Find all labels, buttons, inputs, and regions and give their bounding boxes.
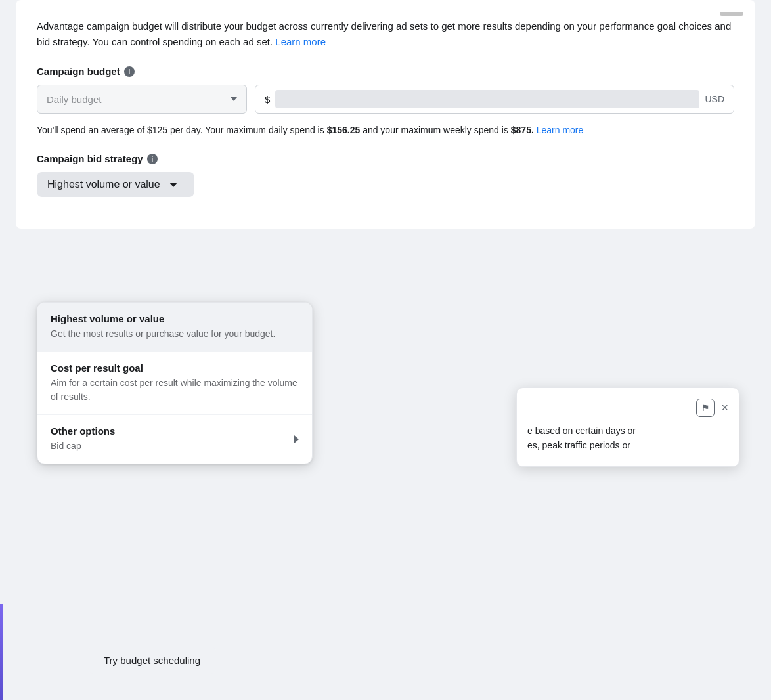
spend-info-text: You'll spend an average of $125 per day.… [37,123,734,137]
dropdown-item-cost-per-result[interactable]: Cost per result goal Aim for a certain c… [37,352,312,415]
left-accent-bar [0,604,3,700]
max-weekly-amount: $875. [511,125,534,135]
bid-strategy-dropdown-button[interactable]: Highest volume or value [37,172,194,197]
toast-text: e based on certain days ores, peak traff… [527,424,728,453]
budget-type-label: Daily budget [47,94,101,105]
campaign-bid-text: Campaign bid strategy [37,153,143,164]
page-container: Advantage campaign budget will distribut… [0,0,771,700]
toast-popup: ⚑ × e based on certain days ores, peak t… [516,387,739,467]
max-daily-amount: $156.25 [327,125,361,135]
bid-strategy-chevron-down-icon [169,183,177,187]
campaign-budget-text: Campaign budget [37,66,120,77]
dropdown-item-other-options-desc: Bid cap [51,439,115,453]
dropdown-item-highest-volume-desc: Get the most results or purchase value f… [51,327,299,341]
budget-type-chevron-down-icon [231,97,237,101]
intro-learn-more-link[interactable]: Learn more [275,36,326,47]
campaign-bid-info-icon[interactable]: i [147,154,158,164]
currency-code: USD [705,94,724,104]
dropdown-item-highest-volume[interactable]: Highest volume or value Get the most res… [37,303,312,352]
bid-strategy-dropdown-menu: Highest volume or value Get the most res… [37,302,313,464]
spend-info-start: You'll spend an average of $125 per day.… [37,125,327,135]
dropdown-item-cost-per-result-title: Cost per result goal [51,362,299,374]
spend-info-learn-more-link[interactable]: Learn more [537,125,584,135]
dropdown-item-other-options-chevron-right-icon [294,435,299,443]
budget-row: Daily budget $ USD [37,85,734,114]
bid-strategy-selected-label: Highest volume or value [47,179,160,190]
campaign-bid-label: Campaign bid strategy i [37,153,734,164]
feedback-icon[interactable]: ⚑ [696,399,715,417]
budget-amount-field: $ USD [255,85,734,114]
currency-symbol: $ [265,94,270,105]
budget-type-select[interactable]: Daily budget [37,85,247,114]
intro-paragraph: Advantage campaign budget will distribut… [37,18,734,50]
dropdown-item-highest-volume-title: Highest volume or value [51,313,299,324]
dropdown-item-other-row: Other options Bid cap [51,426,299,453]
dropdown-item-other-options-content: Other options Bid cap [51,426,115,453]
spend-info-mid: and your maximum weekly spend is [363,125,511,135]
dropdown-item-cost-per-result-desc: Aim for a certain cost per result while … [51,376,299,404]
top-right-controls [720,12,743,16]
bid-strategy-section: Campaign bid strategy i Highest volume o… [37,153,734,197]
dropdown-item-other-options-title: Other options [51,426,115,437]
campaign-budget-info-icon[interactable]: i [124,66,135,77]
budget-amount-input[interactable] [275,90,699,108]
toast-text-content: e based on certain days ores, peak traff… [527,426,636,450]
try-budget-scheduling-button[interactable]: Try budget scheduling [88,647,216,674]
dropdown-item-other-options[interactable]: Other options Bid cap [37,415,312,464]
toast-header: ⚑ × [527,399,728,417]
minimize-button[interactable] [720,12,743,16]
main-card: Advantage campaign budget will distribut… [16,0,755,229]
toast-close-button[interactable]: × [721,402,728,414]
try-budget-scheduling-area: Try budget scheduling [88,647,216,674]
campaign-budget-label: Campaign budget i [37,66,734,77]
intro-text: Advantage campaign budget will distribut… [37,20,731,47]
